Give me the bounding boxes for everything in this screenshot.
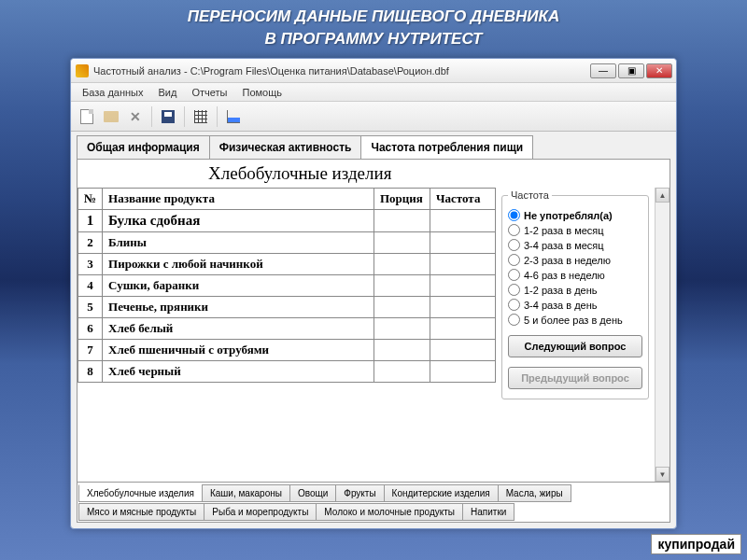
app-icon — [76, 64, 89, 77]
table-row[interactable]: 1Булка сдобная — [78, 210, 496, 232]
prev-question-button[interactable]: Предыдущий вопрос — [508, 367, 642, 389]
toolbar-separator — [217, 106, 218, 127]
radio-input[interactable] — [508, 299, 520, 311]
scroll-up-icon[interactable]: ▲ — [655, 188, 669, 203]
category-tab[interactable]: Мясо и мясные продукты — [78, 503, 204, 521]
frequency-option-label: 3-4 раза в день — [524, 300, 598, 311]
category-tab[interactable]: Кондитерские изделия — [384, 484, 499, 502]
cell-portion[interactable] — [374, 232, 430, 254]
cell-portion[interactable] — [374, 340, 430, 361]
frequency-option[interactable]: 4-6 раз в неделю — [508, 269, 642, 281]
radio-input[interactable] — [508, 269, 520, 281]
cell-freq[interactable] — [430, 232, 496, 254]
delete-button[interactable]: ✕ — [125, 106, 146, 127]
frequency-option[interactable]: 3-4 раза в день — [508, 299, 642, 311]
window-controls: — ▣ ✕ — [590, 63, 672, 78]
close-button[interactable]: ✕ — [646, 63, 672, 78]
scroll-down-icon[interactable]: ▼ — [655, 467, 669, 482]
chart-button[interactable] — [223, 106, 244, 127]
menu-reports[interactable]: Отчеты — [184, 85, 234, 100]
menubar: База данных Вид Отчеты Помощь — [71, 83, 676, 102]
product-table: № Название продукта Порция Частота 1Булк… — [78, 188, 496, 482]
frequency-option-label: Не употреблял(а) — [524, 210, 613, 221]
frequency-option[interactable]: 1-2 раза в месяц — [508, 224, 642, 236]
cell-portion[interactable] — [374, 297, 430, 318]
table-row[interactable]: 5Печенье, пряники — [78, 297, 496, 318]
radio-input[interactable] — [508, 284, 520, 296]
col-freq: Частота — [430, 189, 496, 210]
maximize-button[interactable]: ▣ — [618, 63, 644, 78]
minimize-button[interactable]: — — [590, 63, 616, 78]
frequency-option[interactable]: 1-2 раза в день — [508, 284, 642, 296]
menu-database[interactable]: База данных — [75, 85, 151, 100]
toolbar: ✕ — [71, 102, 676, 132]
category-tab[interactable]: Овощи — [289, 484, 336, 502]
table-row[interactable]: 6Хлеб белый — [78, 318, 496, 340]
radio-input[interactable] — [508, 254, 520, 266]
cell-portion[interactable] — [374, 254, 430, 275]
cell-freq[interactable] — [430, 275, 496, 297]
col-num: № — [78, 189, 103, 210]
vertical-scrollbar[interactable]: ▲ ▼ — [655, 188, 669, 482]
main-tab[interactable]: Частота потребления пищи — [360, 135, 533, 159]
menu-help[interactable]: Помощь — [234, 85, 289, 100]
save-button[interactable] — [158, 106, 178, 127]
frequency-option-label: 5 и более раз в день — [524, 315, 623, 326]
cell-num: 4 — [78, 275, 103, 297]
new-file-icon — [80, 109, 93, 124]
main-tabs: Общая информацияФизическая активностьЧас… — [71, 132, 676, 159]
new-button[interactable] — [77, 106, 97, 127]
main-tab[interactable]: Общая информация — [77, 135, 210, 159]
cell-portion[interactable] — [374, 318, 430, 340]
category-tab[interactable]: Фрукты — [335, 484, 384, 502]
frequency-option[interactable]: 5 и более раз в день — [508, 314, 642, 326]
cell-freq[interactable] — [430, 254, 496, 275]
category-tab[interactable]: Рыба и морепродукты — [204, 503, 317, 521]
category-tab[interactable]: Напитки — [462, 503, 514, 521]
table-row[interactable]: 7Хлеб пшеничный с отрубями — [78, 340, 496, 361]
cell-num: 1 — [78, 210, 103, 232]
radio-input[interactable] — [508, 239, 520, 251]
table-row[interactable]: 8Хлеб черный — [78, 361, 496, 383]
table-row[interactable]: 3Пирожки с любой начинкой — [78, 254, 496, 275]
cell-portion[interactable] — [374, 210, 430, 232]
floppy-icon — [162, 110, 175, 123]
toolbar-separator — [184, 106, 185, 127]
titlebar: Частотный анализ - C:\Program Files\Оцен… — [71, 59, 676, 83]
cell-num: 3 — [78, 254, 103, 275]
radio-input[interactable] — [508, 314, 520, 326]
frequency-panel: Частота Не употреблял(а)1-2 раза в месяц… — [496, 188, 655, 482]
col-portion: Порция — [374, 189, 430, 210]
cell-portion[interactable] — [374, 275, 430, 297]
cell-freq[interactable] — [430, 318, 496, 340]
content-panel: Хлебобулочные изделия № Название продукт… — [77, 159, 670, 523]
overlay-title-line2: В ПРОГРАММУ НУТРИТЕСТ — [0, 30, 747, 54]
cell-freq[interactable] — [430, 297, 496, 318]
app-window: Частотный анализ - C:\Program Files\Оцен… — [70, 58, 677, 529]
radio-input[interactable] — [508, 224, 520, 236]
open-button[interactable] — [101, 106, 121, 127]
main-tab[interactable]: Физическая активность — [209, 135, 362, 159]
table-row[interactable]: 2Блины — [78, 232, 496, 254]
cell-portion[interactable] — [374, 361, 430, 383]
grid-button[interactable] — [190, 106, 211, 127]
category-tab[interactable]: Молоко и молочные продукты — [316, 503, 463, 521]
menu-view[interactable]: Вид — [151, 85, 185, 100]
frequency-option[interactable]: 2-3 раза в неделю — [508, 254, 642, 266]
table-row[interactable]: 4Сушки, баранки — [78, 275, 496, 297]
radio-input[interactable] — [508, 209, 520, 221]
category-tab[interactable]: Хлебобулочные изделия — [78, 484, 203, 502]
cell-freq[interactable] — [430, 210, 496, 232]
category-tab[interactable]: Масла, жиры — [498, 484, 571, 502]
category-tab[interactable]: Каши, макароны — [202, 484, 290, 502]
cell-name: Печенье, пряники — [103, 297, 374, 318]
col-name: Название продукта — [103, 189, 374, 210]
cell-freq[interactable] — [430, 361, 496, 383]
cell-freq[interactable] — [430, 340, 496, 361]
frequency-option[interactable]: 3-4 раза в месяц — [508, 239, 642, 251]
cell-name: Хлеб пшеничный с отрубями — [103, 340, 374, 361]
next-question-button[interactable]: Следующий вопрос — [508, 335, 642, 357]
cell-num: 8 — [78, 361, 103, 383]
frequency-option[interactable]: Не употреблял(а) — [508, 209, 642, 221]
cell-num: 7 — [78, 340, 103, 361]
